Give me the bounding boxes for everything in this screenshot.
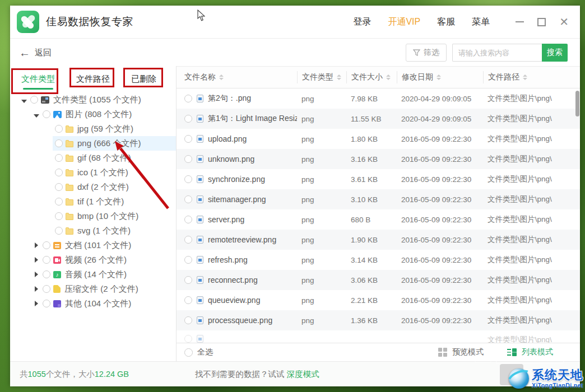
file-path-cell: 文件类型\图片\png\ [483,214,580,225]
sort-icon[interactable] [219,74,224,80]
sort-icon[interactable] [337,74,341,80]
row-radio[interactable] [184,155,192,163]
sort-icon[interactable] [386,74,391,80]
tree-radio-audio[interactable] [43,270,50,278]
row-radio[interactable] [184,335,192,343]
caret-right-icon[interactable] [32,242,40,248]
file-name: 第2句：.png [208,94,251,104]
tree-item-png[interactable]: png (666 个文件) [10,136,176,151]
row-radio[interactable] [184,296,192,304]
tree-item-audio[interactable]: 音频 (14 个文件) [10,267,176,282]
tree-item-ico[interactable]: ico (1 个文件) [10,165,176,180]
row-radio[interactable] [184,236,192,244]
row-radio[interactable] [184,95,192,102]
tree-radio-tif[interactable] [55,198,63,206]
table-row[interactable]: synchronize.pngpng3.61 KB2016-05-09 09:2… [177,169,580,189]
file-table: 文件名称文件类型文件大小修改日期文件路径 第2句：.pngpng7.98 KB2… [177,66,580,361]
table-row[interactable]: processqueue.pngpng1.36 KB2016-05-09 09:… [177,310,580,330]
tree-radio-images[interactable] [43,110,50,118]
tree-radio-png[interactable] [55,139,63,147]
file-icon [197,115,203,123]
table-row[interactable]: upload.pngpng1.80 KB2016-05-09 09:22:30文… [177,129,580,149]
column-header-4[interactable]: 文件路径 [483,71,580,83]
tree-radio-video[interactable] [43,256,50,264]
filter-button[interactable]: 筛选 [406,44,447,62]
tree-item-video[interactable]: 视频 (26 个文件) [10,253,176,267]
tree-radio-gif[interactable] [55,154,63,162]
device-icon [41,96,49,104]
search-input[interactable] [452,44,542,62]
tree-radio-ico[interactable] [55,169,63,176]
caret-right-icon[interactable] [32,272,40,277]
tree-item-label: 其他 (104 个文件) [65,298,131,309]
tab-file-path[interactable]: 文件路径 [76,66,110,92]
row-radio[interactable] [184,135,192,143]
row-radio[interactable] [184,276,192,284]
row-radio[interactable] [184,195,192,203]
tree-item-dxf[interactable]: dxf (2 个文件) [10,180,176,194]
column-header-3[interactable]: 修改日期 [397,71,483,83]
tree-item-svg[interactable]: svg (1 个文件) [10,223,176,238]
tree-radio-zip[interactable] [43,285,50,293]
tree-item-images[interactable]: 图片 (808 个文件) [10,107,176,122]
tab-file-type[interactable]: 文件类型 [21,66,55,92]
tree-radio-root[interactable] [30,96,38,104]
tree-radio-svg[interactable] [55,227,63,235]
audio-icon [53,271,61,278]
table-row[interactable]: 第1句：Light Image Resiz...png11.55 KB2020-… [177,109,580,129]
tree-radio-docs[interactable] [43,241,50,249]
tree-item-zip[interactable]: 压缩文件 (2 个文件) [10,282,176,296]
scrollbar-thumb[interactable] [575,91,579,116]
row-radio[interactable] [184,216,192,223]
row-radio[interactable] [184,175,192,183]
tree-item-root[interactable]: 文件类型 (1055 个文件) [10,92,176,107]
row-radio[interactable] [184,115,192,123]
tree-radio-other[interactable] [43,300,50,307]
folder-icon [66,170,73,176]
column-header-0[interactable]: 文件名称 [177,71,297,83]
table-row[interactable]: sitemanager.pngpng3.10 KB2016-05-09 09:2… [177,189,580,209]
tab-deleted[interactable]: 已删除 [131,66,156,92]
deep-mode-link[interactable]: 深度模式 [287,370,319,379]
modified-date-cell: 2016-05-09 09:22:30 [397,135,483,143]
table-row[interactable]: server.pngpng680 B2016-05-09 09:22:30文件类… [177,209,580,230]
table-row-partial[interactable]: 文件类型\图片\png\ [177,330,580,343]
tree-item-gif[interactable]: gif (68 个文件) [10,151,176,165]
vip-button[interactable]: 开通VIP [388,16,420,28]
tree-radio-bmp[interactable] [55,212,63,220]
watermark-ghost-text-2 [475,353,493,363]
back-button[interactable]: ← 返回 [19,47,52,58]
row-radio[interactable] [184,256,192,264]
support-button[interactable]: 客服 [437,16,455,28]
caret-right-icon[interactable] [32,301,40,306]
table-row[interactable]: reconnect.pngpng3.06 KB2016-05-09 09:22:… [177,270,580,290]
search-button[interactable]: 搜索 [542,44,568,62]
tree-radio-dxf[interactable] [55,183,63,191]
menu-button[interactable]: 菜单 [472,16,490,28]
table-row[interactable]: refresh.pngpng3.14 KB2016-05-09 09:22:30… [177,250,580,270]
tree-item-bmp[interactable]: bmp (10 个文件) [10,209,176,223]
tree-item-tif[interactable]: tif (1 个文件) [10,194,176,209]
title-bar: 佳易数据恢复专家 登录 开通VIP 客服 菜单 ✕ [10,6,580,38]
sort-icon[interactable] [437,74,441,80]
table-row[interactable]: unknown.pngpng3.16 KB2016-05-09 09:22:30… [177,149,580,169]
login-button[interactable]: 登录 [353,16,371,28]
minimize-icon[interactable] [516,21,524,22]
tree-item-jpg[interactable]: jpg (59 个文件) [10,122,176,136]
close-icon[interactable]: ✕ [559,16,569,27]
sort-icon[interactable] [523,74,527,80]
table-row[interactable]: 第2句：.pngpng7.98 KB2020-04-29 09:09:05文件类… [177,88,580,109]
column-header-1[interactable]: 文件类型 [297,71,346,83]
table-row[interactable]: remotetreeview.pngpng1.90 KB2016-05-09 0… [177,230,580,250]
column-header-2[interactable]: 文件大小 [346,71,397,83]
caret-right-icon[interactable] [32,257,40,263]
table-row[interactable]: queueview.pngpng2.21 KB2016-05-09 09:22:… [177,290,580,310]
tree-item-other[interactable]: 其他 (104 个文件) [10,296,176,311]
tree-item-docs[interactable]: 文档 (101 个文件) [10,238,176,253]
tree-radio-jpg[interactable] [55,125,63,133]
maximize-icon[interactable] [537,18,546,26]
select-all-control[interactable]: 全选 [184,347,213,357]
caret-right-icon[interactable] [32,286,40,292]
row-radio[interactable] [184,316,192,324]
select-all-radio[interactable] [184,348,193,357]
